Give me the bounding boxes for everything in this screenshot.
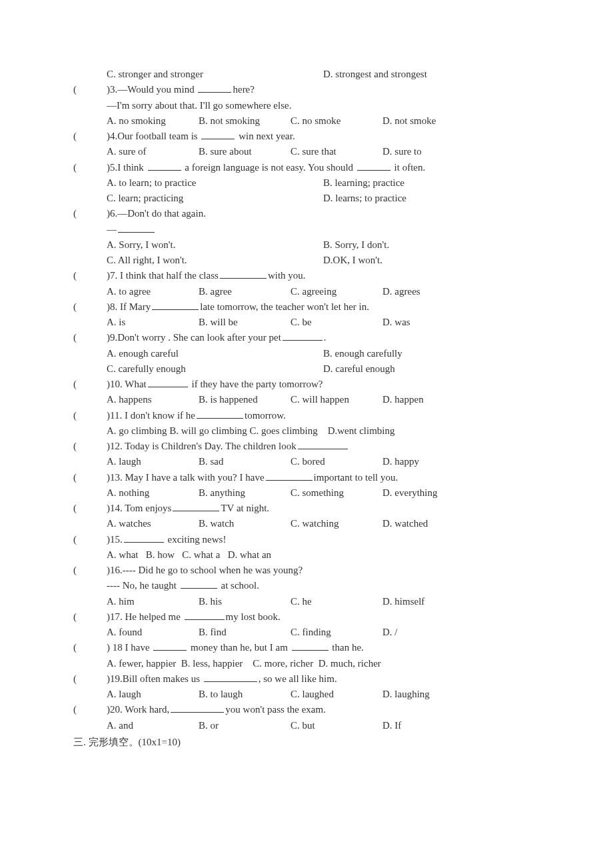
q19-stem-a: )19.Bill often makes us bbox=[107, 673, 203, 684]
q16-line2: ---- No, he taught at school. bbox=[107, 578, 540, 593]
blank[interactable] bbox=[198, 82, 231, 93]
q20-stem-a: )20. Work hard, bbox=[107, 704, 169, 715]
worksheet-page: C. stronger and stronger D. strongest an… bbox=[0, 0, 613, 803]
q9: ( )9.Don't worry . She can look after yo… bbox=[73, 330, 540, 345]
q8-options: A. is B. will be C. be D. was bbox=[107, 315, 540, 330]
q18-stem: ) 18 I have money than he, but I am than… bbox=[107, 640, 540, 655]
q15-option-C: C. what a bbox=[182, 549, 220, 560]
q20-option-C: C. but bbox=[291, 718, 382, 733]
blank[interactable] bbox=[298, 439, 348, 449]
q13: ( )13. May I have a talk with you? I hav… bbox=[73, 470, 540, 485]
answer-paren[interactable]: ( bbox=[73, 330, 107, 345]
blank[interactable] bbox=[173, 501, 219, 511]
q6-line2-text: — bbox=[107, 224, 117, 235]
q5-stem-c: it often. bbox=[392, 162, 425, 173]
answer-paren[interactable]: ( bbox=[73, 702, 107, 717]
q4-stem-b: win next year. bbox=[236, 131, 295, 141]
q8-stem: )8. If Marylate tomorrow, the teacher wo… bbox=[107, 299, 540, 315]
q13-stem-b: important to tell you. bbox=[314, 472, 398, 483]
answer-paren[interactable]: ( bbox=[73, 470, 107, 485]
answer-paren[interactable]: ( bbox=[73, 82, 107, 97]
q3-option-D: D. not smoke bbox=[382, 113, 474, 129]
q19-option-A: A. laugh bbox=[107, 687, 199, 702]
q10-stem-a: )10. What bbox=[107, 379, 147, 389]
q7-option-D: D. agrees bbox=[382, 284, 474, 299]
q5-option-D: D. learns; to practice bbox=[323, 191, 540, 206]
answer-paren[interactable]: ( bbox=[73, 671, 107, 687]
q13-option-C: C. something bbox=[291, 485, 382, 501]
q13-stem-a: )13. May I have a talk with you? I have bbox=[107, 472, 265, 483]
q5-option-C: C. learn; practicing bbox=[107, 191, 323, 206]
q15-stem-a: )15. bbox=[107, 534, 123, 545]
answer-paren[interactable]: ( bbox=[73, 129, 107, 144]
answer-paren[interactable]: ( bbox=[73, 563, 107, 578]
q6-options-row1: A. Sorry, I won't. B. Sorry, I don't. bbox=[107, 237, 540, 253]
answer-paren[interactable]: ( bbox=[73, 206, 107, 221]
blank[interactable] bbox=[153, 640, 187, 651]
answer-paren[interactable]: ( bbox=[73, 532, 107, 547]
q10-options: A. happens B. is happened C. will happen… bbox=[107, 392, 540, 407]
answer-paren[interactable]: ( bbox=[73, 609, 107, 625]
answer-paren[interactable]: ( bbox=[73, 268, 107, 283]
q11: ( )11. I don't know if hetomorrow. bbox=[73, 408, 540, 423]
q11-options: A. go climbing B. will go climbing C. go… bbox=[107, 423, 540, 439]
blank[interactable] bbox=[152, 299, 199, 310]
blank[interactable] bbox=[292, 640, 328, 651]
q18: ( ) 18 I have money than he, but I am th… bbox=[73, 640, 540, 655]
q7-stem: )7. I think that half the classwith you. bbox=[107, 268, 540, 283]
answer-paren[interactable]: ( bbox=[73, 408, 107, 423]
q15-options: A. what B. how C. what a D. what an bbox=[107, 547, 540, 563]
q17-options: A. found B. find C. finding D. / bbox=[107, 625, 540, 640]
blank[interactable] bbox=[185, 609, 225, 620]
q3-options: A. no smoking B. not smoking C. no smoke… bbox=[107, 113, 540, 129]
blank[interactable] bbox=[266, 470, 312, 481]
q19-stem: )19.Bill often makes us , so we all like… bbox=[107, 671, 540, 687]
q2-option-D: D. strongest and strongest bbox=[323, 67, 540, 82]
q9-options-row1: A. enough careful B. enough carefully bbox=[107, 346, 540, 361]
q8-stem-a: )8. If Mary bbox=[107, 301, 151, 312]
q10-option-B: B. is happened bbox=[199, 392, 291, 407]
answer-paren[interactable]: ( bbox=[73, 160, 107, 175]
q15-stem: )15. exciting news! bbox=[107, 532, 540, 547]
q15: ( )15. exciting news! bbox=[73, 532, 540, 547]
blank[interactable] bbox=[204, 671, 257, 682]
q19-option-C: C. laughed bbox=[291, 687, 382, 702]
blank[interactable] bbox=[201, 129, 235, 139]
q14-stem: )14. Tom enjoysTV at night. bbox=[107, 501, 540, 516]
q16-line2-a: ---- No, he taught bbox=[107, 580, 179, 591]
q12-option-C: C. bored bbox=[291, 454, 382, 469]
q19-option-B: B. to laugh bbox=[199, 687, 291, 702]
q20-stem: )20. Work hard,you won't pass the exam. bbox=[107, 702, 540, 717]
blank[interactable] bbox=[124, 532, 164, 543]
q14-options: A. watches B. watch C. watching D. watch… bbox=[107, 516, 540, 531]
answer-paren[interactable]: ( bbox=[73, 299, 107, 315]
q18-option-B: B. less, happier bbox=[181, 658, 243, 669]
q8-option-C: C. be bbox=[291, 315, 382, 330]
blank[interactable] bbox=[357, 160, 390, 171]
blank[interactable] bbox=[171, 702, 224, 713]
q10-option-D: D. happen bbox=[382, 392, 474, 407]
blank[interactable] bbox=[148, 160, 181, 171]
q6-option-C: C. All right, I won't. bbox=[107, 253, 323, 268]
q17-stem: )17. He helped me my lost book. bbox=[107, 609, 540, 625]
q7-options: A. to agree B. agree C. agreeing D. agre… bbox=[107, 284, 540, 299]
q2-options-line2: C. stronger and stronger D. strongest an… bbox=[107, 67, 540, 82]
answer-paren[interactable]: ( bbox=[73, 377, 107, 392]
q3: ( )3.—Would you mind here? bbox=[73, 82, 540, 97]
blank[interactable] bbox=[283, 330, 322, 341]
q6-stem: )6.—Don't do that again. bbox=[107, 206, 540, 221]
blank[interactable] bbox=[197, 408, 243, 419]
q6-option-B: B. Sorry, I don't. bbox=[323, 237, 540, 253]
q4-stem-a: )4.Our football team is bbox=[107, 131, 200, 141]
blank[interactable] bbox=[118, 222, 155, 233]
answer-paren[interactable]: ( bbox=[73, 501, 107, 516]
q5-options-row1: A. to learn; to practice B. learning; pr… bbox=[107, 175, 540, 191]
answer-paren[interactable]: ( bbox=[73, 640, 107, 655]
blank[interactable] bbox=[148, 377, 188, 387]
q2-option-C: C. stronger and stronger bbox=[107, 67, 323, 82]
blank[interactable] bbox=[220, 268, 267, 279]
answer-paren[interactable]: ( bbox=[73, 439, 107, 454]
blank[interactable] bbox=[181, 578, 217, 589]
q14: ( )14. Tom enjoysTV at night. bbox=[73, 501, 540, 516]
q13-option-D: D. everything bbox=[382, 485, 474, 501]
